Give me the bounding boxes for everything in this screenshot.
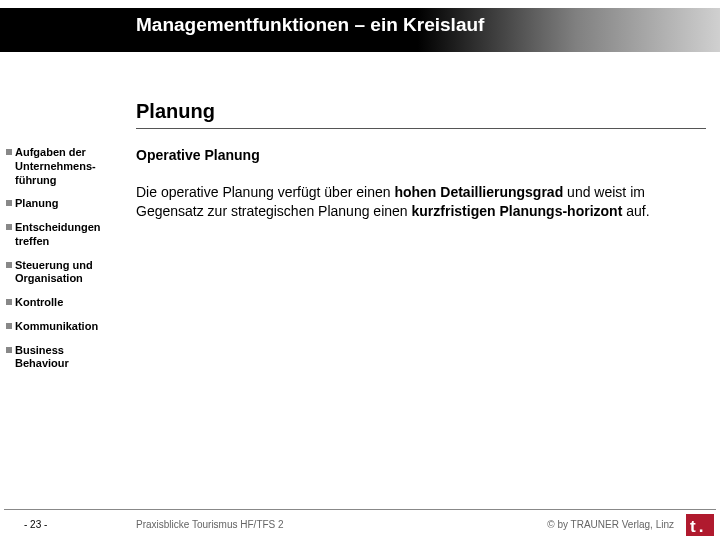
logo-dot: .: [699, 518, 704, 536]
square-bullet-icon: [6, 149, 12, 155]
sidebar-item-kommunikation: Kommunikation: [6, 320, 116, 334]
body-text: Die operative Planung verfügt über einen: [136, 184, 394, 200]
page-number: - 23 -: [24, 519, 47, 530]
square-bullet-icon: [6, 299, 12, 305]
sidebar-item-label: Planung: [15, 197, 58, 211]
footer-source: Praxisblicke Tourismus HF/TFS 2: [136, 519, 284, 530]
trauner-logo: t.: [686, 514, 714, 536]
content: Operative Planung Die operative Planung …: [136, 146, 701, 221]
sidebar: Aufgaben der Unternehmens-führung Planun…: [6, 146, 116, 381]
sidebar-item-label: Kontrolle: [15, 296, 63, 310]
sidebar-item-label: Kommunikation: [15, 320, 98, 334]
sidebar-item-planung: Planung: [6, 197, 116, 211]
square-bullet-icon: [6, 262, 12, 268]
square-bullet-icon: [6, 323, 12, 329]
footer-copyright: © by TRAUNER Verlag, Linz: [547, 519, 674, 530]
square-bullet-icon: [6, 224, 12, 230]
slide: Managementfunktionen – ein Kreislauf Pla…: [0, 0, 720, 540]
body-bold: hohen Detaillierungsgrad: [394, 184, 563, 200]
sidebar-item-entscheidungen: Entscheidungen treffen: [6, 221, 116, 249]
body-bold: kurzfristigen Planungs-horizont: [412, 203, 623, 219]
square-bullet-icon: [6, 200, 12, 206]
sidebar-item-label: Entscheidungen treffen: [15, 221, 116, 249]
sidebar-item-label: Aufgaben der Unternehmens-führung: [15, 146, 116, 187]
header-title: Managementfunktionen – ein Kreislauf: [136, 14, 484, 36]
sidebar-item-business-behaviour: Business Behaviour: [6, 344, 116, 372]
square-bullet-icon: [6, 347, 12, 353]
content-subtitle: Operative Planung: [136, 146, 701, 165]
sidebar-item-kontrolle: Kontrolle: [6, 296, 116, 310]
content-body: Die operative Planung verfügt über einen…: [136, 183, 701, 221]
sidebar-item-label: Business Behaviour: [15, 344, 116, 372]
footer-rule: [4, 509, 716, 510]
chapter-rule: [136, 128, 706, 129]
logo-letter: t: [686, 518, 699, 536]
chapter-heading: Planung: [136, 100, 215, 123]
sidebar-item-label: Steuerung und Organisation: [15, 259, 116, 287]
body-text: auf.: [622, 203, 649, 219]
sidebar-item-steuerung: Steuerung und Organisation: [6, 259, 116, 287]
sidebar-item-aufgaben: Aufgaben der Unternehmens-führung: [6, 146, 116, 187]
